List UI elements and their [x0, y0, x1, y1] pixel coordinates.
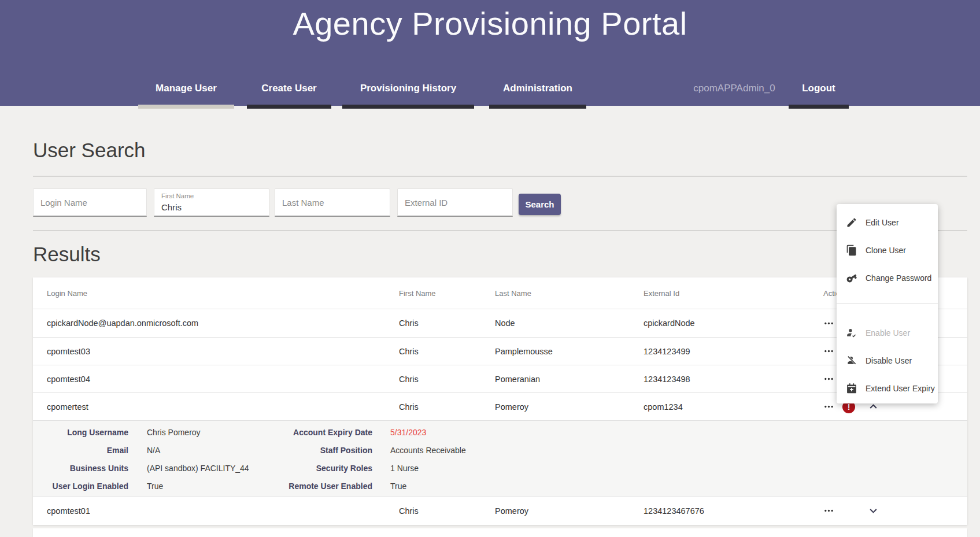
- menu-divider: [837, 303, 938, 304]
- person-slash-icon: [846, 355, 857, 366]
- table-header-row: Login Name First Name Last Name External…: [33, 277, 967, 309]
- more-horiz-icon: [824, 506, 834, 516]
- menu-item-label: Clone User: [866, 246, 906, 255]
- detail-value: Chris Pomeroy: [147, 428, 280, 437]
- key-icon: [844, 270, 860, 286]
- cell-login-name: cpomtest03: [33, 347, 399, 356]
- table-footer-strip: [33, 528, 967, 537]
- cell-login-name: cpickardNode@uapdan.onmicrosoft.com: [33, 319, 399, 328]
- user-search-heading: User Search: [33, 139, 146, 162]
- detail-label: User Login Enabled: [33, 482, 128, 491]
- results-table: Login Name First Name Last Name External…: [33, 277, 967, 525]
- detail-label: Email: [33, 446, 128, 455]
- col-header-login-name: Login Name: [33, 289, 399, 298]
- menu-item-label: Disable User: [866, 356, 912, 365]
- tab-label: Create User: [261, 83, 316, 94]
- row-actions-menu-button[interactable]: [823, 402, 834, 412]
- detail-value: (API sandbox) FACILITY_44: [147, 464, 280, 473]
- detail-value: True: [147, 482, 280, 491]
- app-header: Agency Provisioning Portal Manage User C…: [0, 0, 980, 106]
- search-button[interactable]: Search: [519, 194, 561, 215]
- cell-first-name: Chris: [399, 506, 495, 516]
- divider: [33, 230, 967, 231]
- cell-last-name: Node: [495, 319, 644, 328]
- table-row[interactable]: cpomtest03 Chris Pamplemousse 1234123499: [33, 337, 967, 365]
- detail-label: Long Username: [33, 428, 128, 437]
- tab-manage-user[interactable]: Manage User: [138, 79, 234, 98]
- detail-row: Business Units (API sandbox) FACILITY_44…: [33, 459, 967, 477]
- detail-row: Long Username Chris Pomeroy Account Expi…: [33, 423, 967, 441]
- detail-label: Security Roles: [280, 464, 372, 473]
- badge-spacer: [842, 505, 855, 517]
- more-horiz-icon: [824, 346, 834, 356]
- row-actions-menu-button[interactable]: [823, 346, 834, 356]
- external-id-field-box: [397, 188, 513, 217]
- row-actions-menu-button[interactable]: [823, 374, 834, 384]
- cell-login-name: cpomtest04: [33, 375, 399, 384]
- cell-last-name: Pomeroy: [495, 506, 644, 516]
- tab-administration[interactable]: Administration: [489, 79, 586, 98]
- col-header-first-name: First Name: [399, 289, 495, 298]
- tab-indicator: [247, 105, 331, 109]
- external-id-input[interactable]: [398, 189, 512, 216]
- cell-login-name: cpomertest: [33, 402, 399, 412]
- more-horiz-icon: [824, 402, 834, 412]
- divider: [33, 176, 967, 177]
- last-name-input[interactable]: [275, 189, 390, 216]
- cell-external-id: cpickardNode: [644, 319, 814, 328]
- cell-last-name: Pomeroy: [495, 402, 644, 412]
- tab-label: Manage User: [156, 83, 217, 94]
- detail-label: Business Units: [33, 464, 128, 473]
- logout-label: Logout: [802, 83, 835, 94]
- app-title: Agency Provisioning Portal: [0, 5, 980, 42]
- menu-item-label: Extend User Expiry: [866, 384, 935, 393]
- row-actions-menu-button[interactable]: [823, 319, 834, 328]
- menu-item-change-password[interactable]: Change Password: [837, 264, 938, 292]
- login-name-input[interactable]: [34, 189, 146, 216]
- user-actions-menu: Edit User Clone User Change Password Ena…: [837, 204, 938, 403]
- login-name-field-box: [33, 188, 147, 217]
- menu-item-disable-user[interactable]: Disable User: [837, 347, 938, 375]
- more-horiz-icon: [824, 374, 834, 384]
- pencil-icon: [846, 217, 857, 228]
- tab-indicator: [489, 105, 586, 109]
- menu-item-clone-user[interactable]: Clone User: [837, 236, 938, 264]
- cell-first-name: Chris: [399, 347, 495, 356]
- active-tab-indicator: [138, 105, 234, 109]
- row-expand-button[interactable]: [866, 504, 880, 517]
- calendar-plus-icon: [846, 383, 857, 394]
- detail-label: Account Expiry Date: [280, 428, 372, 437]
- detail-row: Email N/A Staff Position Accounts Receiv…: [33, 441, 967, 459]
- cell-last-name: Pomeranian: [495, 375, 644, 384]
- row-actions-menu-button[interactable]: [823, 506, 834, 516]
- tab-label: Provisioning History: [360, 83, 456, 94]
- first-name-input[interactable]: [154, 189, 269, 216]
- detail-value: Accounts Receivable: [390, 446, 466, 455]
- cell-first-name: Chris: [399, 402, 495, 412]
- detail-label: Staff Position: [280, 446, 372, 455]
- more-horiz-icon: [824, 319, 834, 328]
- tab-create-user[interactable]: Create User: [247, 79, 331, 98]
- table-row[interactable]: cpickardNode@uapdan.onmicrosoft.com Chri…: [33, 309, 967, 337]
- table-row-expanded[interactable]: cpomertest Chris Pomeroy cpom1234 !: [33, 392, 967, 420]
- tab-label: Administration: [503, 83, 572, 94]
- last-name-field-box: [275, 188, 390, 217]
- person-check-icon: [846, 327, 857, 339]
- agency-provisioning-portal-page: Agency Provisioning Portal Manage User C…: [0, 0, 980, 537]
- logged-in-username: cpomAPPAdmin_0: [682, 79, 786, 98]
- menu-item-edit-user[interactable]: Edit User: [837, 209, 938, 236]
- menu-item-extend-user-expiry[interactable]: Extend User Expiry: [837, 375, 938, 402]
- clone-icon: [846, 245, 857, 256]
- detail-label: Remote User Enabled: [280, 482, 372, 491]
- user-detail-panel: Long Username Chris Pomeroy Account Expi…: [33, 420, 967, 496]
- table-row[interactable]: cpomtest04 Chris Pomeranian 1234123498: [33, 365, 967, 392]
- chevron-down-icon: [867, 504, 880, 517]
- detail-value-expiry-date: 5/31/2023: [390, 428, 426, 437]
- logout-button[interactable]: Logout: [789, 79, 849, 98]
- table-row[interactable]: cpomtest01 Chris Pomeroy 1234123467676: [33, 496, 967, 525]
- col-header-last-name: Last Name: [495, 289, 644, 298]
- tab-provisioning-history[interactable]: Provisioning History: [342, 79, 474, 98]
- cell-last-name: Pamplemousse: [495, 347, 644, 356]
- results-heading: Results: [33, 243, 101, 266]
- menu-item-label: Edit User: [866, 218, 899, 227]
